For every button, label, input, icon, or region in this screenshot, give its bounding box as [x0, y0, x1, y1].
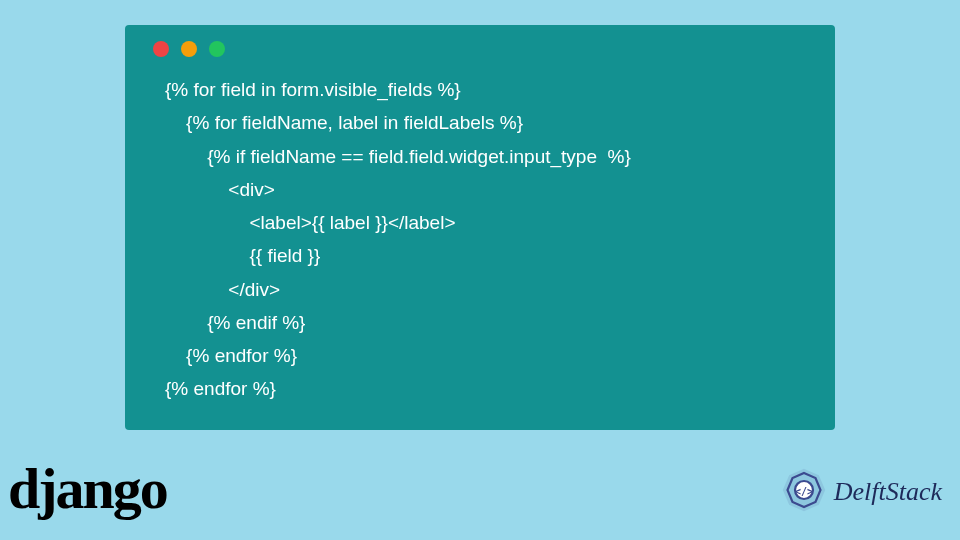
django-logo: django [8, 455, 167, 522]
close-icon [153, 41, 169, 57]
code-window: {% for field in form.visible_fields %} {… [125, 25, 835, 430]
minimize-icon [181, 41, 197, 57]
maximize-icon [209, 41, 225, 57]
window-traffic-lights [153, 41, 811, 57]
delftstack-text: DelftStack [834, 477, 942, 507]
svg-text:</>: </> [795, 486, 813, 497]
delftstack-logo: </> DelftStack [780, 468, 942, 516]
code-block: {% for field in form.visible_fields %} {… [165, 73, 811, 406]
delftstack-icon: </> [780, 468, 828, 516]
